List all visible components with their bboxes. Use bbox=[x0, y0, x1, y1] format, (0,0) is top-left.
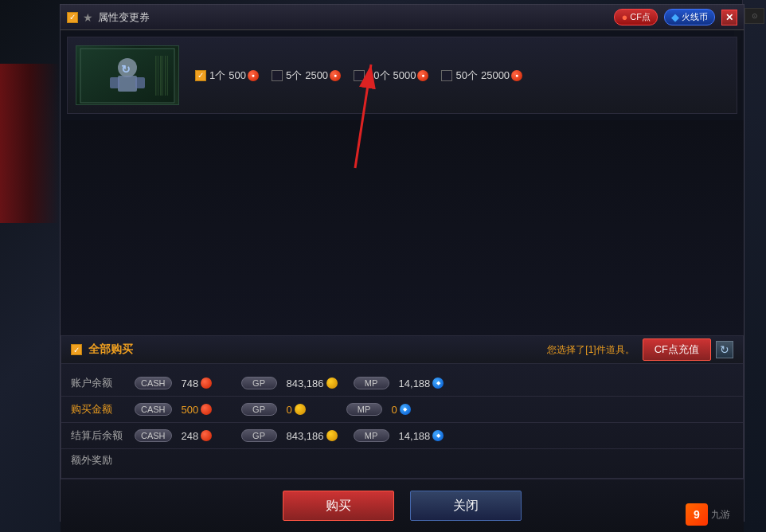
balance-row-after: 结算后余额 CASH 248 GP 843,186 MP 14, bbox=[61, 423, 743, 448]
action-buttons: 购买 关闭 bbox=[61, 479, 744, 532]
item-icon: ↻ bbox=[76, 46, 178, 104]
extra-reward-row: 额外奖励 bbox=[61, 449, 743, 471]
cf-points-label: CF点 bbox=[630, 11, 651, 23]
after-cash-group: CASH 248 bbox=[135, 429, 225, 442]
account-cash-value: 748 bbox=[182, 377, 225, 389]
mp-icon-3: ◆ bbox=[432, 430, 444, 441]
cash-coin-50: ● bbox=[511, 70, 522, 81]
mp-badge-2: MP bbox=[346, 403, 382, 416]
item-image: ↻ bbox=[76, 45, 179, 105]
qty-price-5: 2500 ● bbox=[305, 69, 341, 81]
cash-icon-1 bbox=[201, 377, 212, 389]
purchase-mp-group: MP 0 ◆ bbox=[346, 403, 436, 416]
svg-rect-3 bbox=[110, 77, 119, 88]
qty-checkbox-10[interactable] bbox=[354, 70, 365, 81]
right-panel: ⊙ bbox=[742, 0, 766, 532]
bottom-section: ✓ 全部购买 您选择了[1]件道具。 CF点充值 ↻ 账户余额 CASH 748 bbox=[61, 335, 744, 532]
cash-badge-3: CASH bbox=[135, 429, 172, 442]
cf-points-button[interactable]: ● CF点 bbox=[614, 9, 658, 25]
gp-icon-1 bbox=[326, 377, 338, 389]
account-mp-group: MP 14,188 ◆ bbox=[354, 377, 444, 389]
qty-label-10: 10个 bbox=[368, 68, 389, 83]
cash-badge-1: CASH bbox=[135, 377, 172, 389]
after-cash-value: 248 bbox=[182, 430, 225, 442]
after-mp-group: MP 14,188 ◆ bbox=[354, 429, 444, 442]
svg-text:↻: ↻ bbox=[121, 63, 131, 76]
account-gp-value: 843,186 bbox=[287, 377, 338, 389]
cash-coin-10: ● bbox=[417, 70, 428, 81]
qty-price-num-10: 5000 bbox=[393, 69, 416, 81]
account-mp-value: 14,188 ◆ bbox=[399, 377, 444, 389]
jiuyou-branding: 9 九游 bbox=[686, 503, 730, 526]
account-cash-group: CASH 748 bbox=[135, 377, 225, 389]
svg-rect-2 bbox=[118, 76, 137, 92]
refresh-button[interactable]: ↻ bbox=[716, 341, 733, 358]
qty-option-5[interactable]: 5个 2500 ● bbox=[272, 68, 341, 83]
mp-icon-2: ◆ bbox=[400, 404, 411, 415]
title-buttons: ● CF点 ◆ 火线币 ✕ bbox=[614, 9, 737, 25]
svg-rect-8 bbox=[158, 56, 158, 96]
qty-price-num-1: 500 bbox=[229, 69, 246, 81]
buy-button[interactable]: 购买 bbox=[283, 491, 394, 521]
qty-label-5: 5个 bbox=[286, 68, 302, 83]
svg-rect-9 bbox=[160, 56, 162, 96]
svg-rect-7 bbox=[155, 56, 157, 96]
qty-option-10[interactable]: 10个 5000 ● bbox=[354, 68, 428, 83]
cash-icon-3 bbox=[201, 430, 212, 441]
close-dialog-button[interactable]: 关闭 bbox=[410, 491, 522, 521]
cf-recharge-button[interactable]: CF点充值 bbox=[643, 338, 711, 361]
mp-icon-1: ◆ bbox=[432, 377, 444, 389]
buy-button-label: 购买 bbox=[326, 498, 351, 514]
content-spacer bbox=[61, 120, 744, 335]
account-balance-label: 账户余额 bbox=[71, 376, 135, 390]
qty-option-50[interactable]: 50个 25000 ● bbox=[441, 68, 522, 83]
main-dialog: ✓ ★ 属性变更券 ● CF点 ◆ 火线币 ✕ bbox=[60, 4, 745, 522]
qty-checkbox-5[interactable] bbox=[272, 70, 283, 81]
huoxian-button[interactable]: ◆ 火线币 bbox=[664, 9, 715, 25]
after-mp-value: 14,188 ◆ bbox=[399, 430, 444, 442]
gp-icon-2 bbox=[295, 404, 306, 415]
close-x-button[interactable]: ✕ bbox=[721, 10, 737, 25]
buy-all-row: ✓ 全部购买 您选择了[1]件道具。 CF点充值 ↻ bbox=[61, 335, 744, 364]
buy-all-checkbox[interactable]: ✓ bbox=[71, 344, 82, 355]
gp-badge-1: GP bbox=[241, 377, 277, 389]
huoxian-label: 火线币 bbox=[682, 11, 708, 23]
qty-checkbox-50[interactable] bbox=[441, 70, 452, 81]
qty-price-num-5: 2500 bbox=[305, 69, 328, 81]
balance-row-purchase: 购买金额 CASH 500 GP 0 MP 0 ◆ bbox=[61, 397, 743, 422]
qty-price-num-50: 25000 bbox=[481, 69, 510, 81]
qty-label-1: 1个 bbox=[209, 68, 225, 83]
cash-icon-2 bbox=[201, 404, 212, 415]
svg-rect-11 bbox=[165, 56, 166, 96]
qty-price-1: 500 ● bbox=[229, 69, 259, 81]
purchase-mp-value: 0 ◆ bbox=[392, 404, 436, 416]
gp-badge-2: GP bbox=[241, 403, 277, 416]
cf-recharge-label: CF点充值 bbox=[655, 343, 699, 355]
purchase-cash-group: CASH 500 bbox=[135, 403, 225, 416]
title-star-icon: ★ bbox=[83, 11, 93, 24]
qty-label-50: 50个 bbox=[455, 68, 477, 83]
balance-table: 账户余额 CASH 748 GP 843,186 MP 14,1 bbox=[61, 364, 744, 479]
svg-rect-4 bbox=[135, 77, 145, 88]
after-balance-label: 结算后余额 bbox=[71, 428, 135, 443]
title-checkbox[interactable]: ✓ bbox=[67, 12, 78, 23]
after-gp-group: GP 843,186 bbox=[241, 429, 338, 442]
selection-info: 您选择了[1]件道具。 bbox=[547, 343, 634, 357]
qty-price-50: 25000 ● bbox=[481, 69, 522, 81]
extra-reward-label: 额外奖励 bbox=[71, 453, 112, 467]
qty-checkbox-1[interactable]: ✓ bbox=[195, 70, 206, 81]
gp-badge-3: GP bbox=[241, 429, 277, 442]
purchase-amount-label: 购买金额 bbox=[71, 402, 135, 417]
title-bar: ✓ ★ 属性变更券 ● CF点 ◆ 火线币 ✕ bbox=[61, 5, 744, 30]
mp-badge-3: MP bbox=[354, 429, 389, 442]
dialog-title: 属性变更券 bbox=[98, 10, 614, 25]
mp-badge-1: MP bbox=[354, 377, 389, 389]
account-gp-group: GP 843,186 bbox=[241, 377, 338, 389]
bg-gun bbox=[0, 64, 60, 223]
balance-row-account: 账户余额 CASH 748 GP 843,186 MP 14,1 bbox=[61, 370, 743, 396]
qty-price-10: 5000 ● bbox=[393, 69, 429, 81]
qty-option-1[interactable]: ✓ 1个 500 ● bbox=[195, 68, 259, 83]
jiuyou-text: 九游 bbox=[711, 508, 730, 522]
purchase-gp-value: 0 bbox=[287, 404, 330, 416]
close-button-label: 关闭 bbox=[453, 498, 479, 514]
